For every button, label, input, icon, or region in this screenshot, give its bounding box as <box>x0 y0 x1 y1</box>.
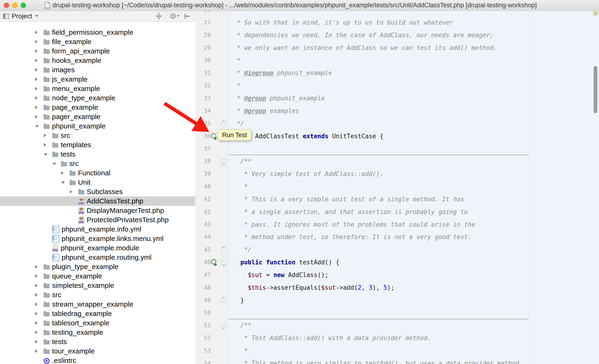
chevron-right-icon[interactable] <box>35 321 44 325</box>
tree-row-phpunit-example-links-menu-yml[interactable]: phpunit_example.links.menu.yml <box>0 234 195 243</box>
tree-row-phpunit-example-info-yml[interactable]: phpunit_example.info.yml <box>0 224 195 234</box>
chevron-down-icon[interactable] <box>35 124 44 128</box>
tree-row-hooks-example[interactable]: hooks_example <box>0 56 195 65</box>
chevron-right-icon[interactable] <box>70 189 78 194</box>
editor-line-32[interactable]: 32 * <box>195 79 599 92</box>
tree-row-queue-example[interactable]: queue_example <box>0 271 195 281</box>
tree-row-tests[interactable]: tests <box>0 337 195 346</box>
tree-row-src[interactable]: src <box>0 131 195 140</box>
editor-line-36[interactable]: 36class AddClassTest extends UnitTestCas… <box>195 130 599 142</box>
chevron-right-icon[interactable] <box>35 39 44 44</box>
close-window-button[interactable] <box>4 3 9 8</box>
chevron-down-icon[interactable] <box>53 161 61 166</box>
editor-line-30[interactable]: 30 * <box>195 54 599 67</box>
editor-line-44[interactable]: 44 * method under test, so therefore: It… <box>195 231 599 243</box>
editor-line-53[interactable]: 53 * <box>195 344 599 357</box>
editor-line-26[interactable]: 26 <box>195 10 599 16</box>
editor-line-31[interactable]: 31 * @ingroup phpunit_example <box>195 67 599 79</box>
editor-line-52[interactable]: 52 * Test AddClass::add() with a data pr… <box>195 332 599 344</box>
editor-line-48[interactable]: 48 $this->assertEquals($sut->add(2, 3), … <box>195 281 599 294</box>
tree-row-tests[interactable]: tests <box>0 150 195 159</box>
fold-region-start-icon[interactable] <box>221 159 227 164</box>
tree-row-simpletest-example[interactable]: simpletest_example <box>0 281 195 290</box>
tree-row-tabledrag-example[interactable]: tabledrag_example <box>0 309 195 318</box>
chevron-down-icon[interactable] <box>44 152 52 157</box>
editor-line-37[interactable]: 37 <box>195 142 599 155</box>
tree-row-form-api-example[interactable]: form_api_example <box>0 46 195 56</box>
tree-row-menu-example[interactable]: menu_example <box>0 84 195 93</box>
chevron-right-icon[interactable] <box>35 349 44 354</box>
editor-line-46[interactable]: 46 public function testAdd() { <box>195 256 599 269</box>
tree-row-field-permission-example[interactable]: field_permission_example <box>0 28 195 37</box>
chevron-right-icon[interactable] <box>35 283 44 288</box>
chevron-right-icon[interactable] <box>35 293 44 297</box>
chevron-right-icon[interactable] <box>35 77 44 81</box>
chevron-right-icon[interactable] <box>35 339 44 344</box>
chevron-right-icon[interactable] <box>61 171 70 175</box>
tree-row-phpunit-example[interactable]: phpunit_example <box>0 121 195 131</box>
chevron-right-icon[interactable] <box>44 133 52 138</box>
editor-line-49[interactable]: 49 } <box>195 294 599 307</box>
tree-row-displaymanagertest-php[interactable]: phpDisplayManagerTest.php <box>0 206 195 215</box>
editor-line-43[interactable]: 43 * pass. It ignores most of the proble… <box>195 218 599 231</box>
editor-line-35[interactable]: 35 */ <box>195 117 599 130</box>
tree-row-phpunit-example-routing-yml[interactable]: phpunit_example.routing.yml <box>0 253 195 262</box>
editor-scrollbar-thumb[interactable] <box>594 66 597 113</box>
tree-row-plugin-type-example[interactable]: plugin_type_example <box>0 262 195 271</box>
fold-region-start-icon[interactable] <box>221 323 227 328</box>
chevron-right-icon[interactable] <box>35 96 44 100</box>
editor-line-28[interactable]: 28 * dependencies we need. In the case o… <box>195 29 599 42</box>
tree-row-functional[interactable]: Functional <box>0 168 195 178</box>
chevron-right-icon[interactable] <box>35 264 44 269</box>
editor-line-47[interactable]: 47 $sut = new AddClass(); <box>195 269 599 281</box>
code-editor[interactable]: 2627 * So with that in mind, it's up to … <box>195 10 599 364</box>
chevron-right-icon[interactable] <box>35 86 44 91</box>
editor-line-39[interactable]: 39 * Very simple test of AddClass::add()… <box>195 168 599 180</box>
tree-row-subclasses[interactable]: Subclasses <box>0 187 195 196</box>
minimize-window-button[interactable] <box>12 3 18 8</box>
chevron-right-icon[interactable] <box>35 49 44 53</box>
editor-line-40[interactable]: 40 * <box>195 180 599 193</box>
settings-gear-icon[interactable]: ⚙ <box>170 12 180 20</box>
chevron-right-icon[interactable] <box>35 330 44 335</box>
tree-row-src[interactable]: src <box>0 290 195 300</box>
fold-region-start-icon[interactable] <box>221 260 227 265</box>
chevron-right-icon[interactable] <box>35 114 44 119</box>
inspection-status-badge[interactable] <box>593 11 598 16</box>
editor-line-51[interactable]: 51 /** <box>195 319 599 332</box>
editor-line-38[interactable]: 38 /** <box>195 155 599 168</box>
collapse-all-icon[interactable] <box>155 12 163 20</box>
fold-region-end-icon[interactable] <box>221 121 227 126</box>
editor-line-54[interactable]: 54 * This method is very similar to test… <box>195 357 599 364</box>
hide-panel-icon[interactable] <box>183 12 191 20</box>
editor-line-29[interactable]: 29 * we only want an instance of AddClas… <box>195 42 599 54</box>
chevron-right-icon[interactable] <box>35 311 44 316</box>
chevron-down-icon[interactable] <box>61 180 70 185</box>
zoom-window-button[interactable] <box>21 3 26 8</box>
tree-row-js-example[interactable]: js_example <box>0 75 195 84</box>
editor-line-41[interactable]: 41 * This is a very simple unit test of … <box>195 193 599 205</box>
editor-line-27[interactable]: 27 * So with that in mind, it's up to us… <box>195 16 599 29</box>
tree-row-pager-example[interactable]: pager_example <box>0 112 195 121</box>
tree-row-tablesort-example[interactable]: tablesort_example <box>0 318 195 328</box>
tree-row-phpunit-example-module[interactable]: phpphpunit_example.module <box>0 243 195 253</box>
tree-row-testing-example[interactable]: testing_example <box>0 328 195 337</box>
tree-row-file-example[interactable]: file_example <box>0 37 195 46</box>
editor-line-45[interactable]: 45 */ <box>195 243 599 256</box>
chevron-right-icon[interactable] <box>35 68 44 72</box>
tree-row--eslintrc[interactable]: .eslintrc <box>0 356 195 364</box>
fold-region-end-icon[interactable] <box>221 248 227 252</box>
tree-row-tour-example[interactable]: tour_example <box>0 346 195 356</box>
editor-line-42[interactable]: 42 * a single assertion, and that assert… <box>195 205 599 218</box>
tree-row-images[interactable]: images <box>0 65 195 75</box>
chevron-right-icon[interactable] <box>35 302 44 307</box>
editor-line-34[interactable]: 34 * @group examples <box>195 105 599 117</box>
project-dropdown-chevron-icon[interactable] <box>35 15 39 17</box>
tree-row-src[interactable]: src <box>0 159 195 168</box>
tree-row-page-example[interactable]: page_example <box>0 103 195 112</box>
chevron-right-icon[interactable] <box>35 30 44 35</box>
editor-line-33[interactable]: 33 * @group phpunit_example <box>195 92 599 105</box>
tree-row-node-type-example[interactable]: node_type_example <box>0 93 195 103</box>
editor-line-50[interactable]: 50 <box>195 307 599 319</box>
fold-region-end-icon[interactable] <box>221 298 227 303</box>
